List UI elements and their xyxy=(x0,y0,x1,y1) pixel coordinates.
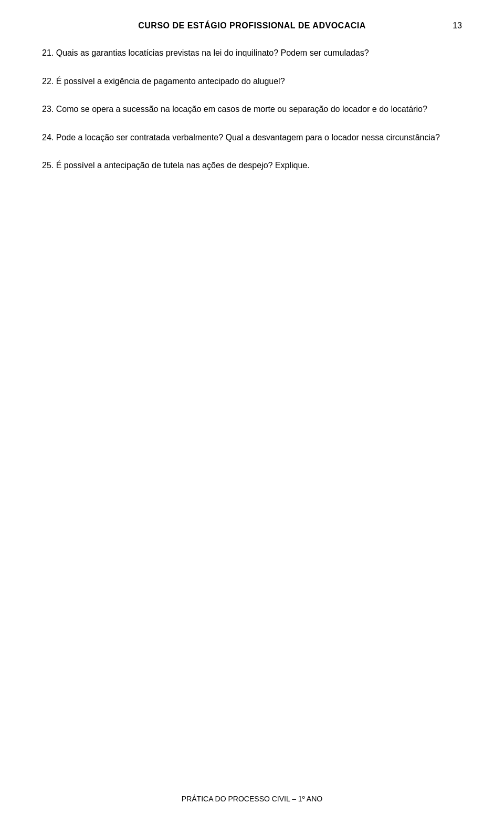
page-footer: PRÁTICA DO PROCESSO CIVIL – 1º ANO xyxy=(0,795,504,803)
question-21: 21. Quais as garantias locatícias previs… xyxy=(42,46,462,60)
question-22-number: 22. xyxy=(42,77,56,86)
question-25: 25. É possível a antecipação de tutela n… xyxy=(42,159,462,172)
question-22-text: É possível a exigência de pagamento ante… xyxy=(56,77,285,86)
question-24-number: 24. xyxy=(42,133,56,142)
question-24: 24. Pode a locação ser contratada verbal… xyxy=(42,131,462,145)
page-header: CURSO DE ESTÁGIO PROFISSIONAL DE ADVOCAC… xyxy=(42,21,462,30)
question-25-text: É possível a antecipação de tutela nas a… xyxy=(56,161,310,170)
question-22: 22. É possível a exigência de pagamento … xyxy=(42,75,462,88)
question-23: 23. Como se opera a sucessão na locação … xyxy=(42,102,462,116)
page-number: 13 xyxy=(446,21,462,30)
page: CURSO DE ESTÁGIO PROFISSIONAL DE ADVOCAC… xyxy=(0,0,504,824)
questions-content: 21. Quais as garantias locatícias previs… xyxy=(42,46,462,172)
footer-text: PRÁTICA DO PROCESSO CIVIL – 1º ANO xyxy=(182,795,322,803)
question-23-number: 23. xyxy=(42,105,56,114)
question-21-number: 21. xyxy=(42,48,56,57)
question-21-text: Quais as garantias locatícias previstas … xyxy=(56,48,369,57)
question-24-text: Pode a locação ser contratada verbalment… xyxy=(56,133,440,142)
question-25-number: 25. xyxy=(42,161,56,170)
document-title: CURSO DE ESTÁGIO PROFISSIONAL DE ADVOCAC… xyxy=(58,21,446,30)
question-23-text: Como se opera a sucessão na locação em c… xyxy=(56,105,427,114)
